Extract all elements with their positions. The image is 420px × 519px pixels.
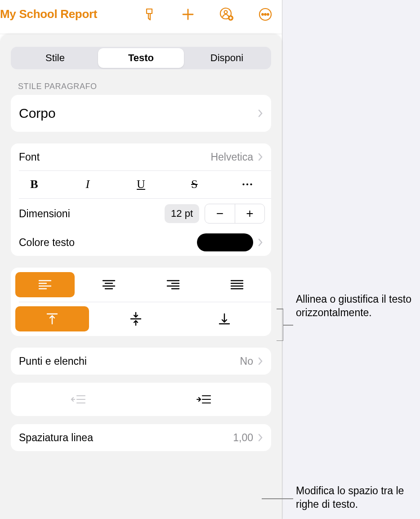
- font-row[interactable]: Font Helvetica: [11, 143, 271, 170]
- tab-style[interactable]: Stile: [12, 48, 98, 68]
- format-brush-icon[interactable]: [142, 7, 157, 22]
- font-style-row: B I U S ···: [11, 170, 271, 198]
- indent-row: [11, 383, 271, 416]
- align-middle-button[interactable]: [94, 306, 178, 331]
- app-window: My School Report: [0, 0, 282, 519]
- decrease-size-button[interactable]: −: [205, 204, 235, 223]
- callout-line: [262, 498, 293, 499]
- paragraph-style-name: Corpo: [19, 106, 253, 121]
- panel-tabs: Stile Testo Disponi: [11, 47, 271, 69]
- line-spacing-label: Spaziatura linea: [19, 432, 233, 444]
- align-justify-button[interactable]: [207, 272, 267, 297]
- font-label: Font: [19, 151, 210, 163]
- chevron-right-icon: [258, 357, 263, 365]
- align-top-button[interactable]: [15, 306, 89, 331]
- underline-button[interactable]: U: [128, 174, 155, 194]
- align-left-button[interactable]: [15, 272, 75, 297]
- paragraph-style-card: Corpo: [11, 95, 271, 132]
- increase-size-button[interactable]: +: [235, 204, 264, 223]
- bullets-value: No: [240, 355, 253, 367]
- font-size-row: Dimensioni 12 pt − +: [11, 198, 271, 229]
- font-value: Helvetica: [210, 151, 253, 163]
- vertical-align-row: [11, 302, 271, 336]
- tab-text[interactable]: Testo: [98, 48, 184, 68]
- font-size-value[interactable]: 12 pt: [165, 204, 199, 223]
- bold-button[interactable]: B: [21, 174, 48, 194]
- svg-point-6: [267, 13, 269, 15]
- strikethrough-button[interactable]: S: [181, 174, 208, 194]
- font-size-label: Dimensioni: [19, 208, 165, 220]
- document-title[interactable]: My School Report: [0, 7, 97, 21]
- svg-point-5: [264, 13, 266, 15]
- indent-card: [11, 383, 271, 416]
- text-color-swatch[interactable]: [197, 233, 253, 251]
- chevron-right-icon: [258, 153, 263, 161]
- font-size-stepper: − +: [205, 204, 265, 224]
- italic-button[interactable]: I: [74, 174, 101, 194]
- callout-line: [283, 325, 293, 326]
- paragraph-style-row[interactable]: Corpo: [11, 95, 271, 132]
- chevron-right-icon: [258, 238, 263, 246]
- toolbar-actions: [142, 7, 275, 22]
- outdent-button[interactable]: [15, 389, 141, 410]
- bullets-label: Punti e elenchi: [19, 355, 240, 367]
- paragraph-style-header: STILE PARAGRAFO: [18, 82, 271, 91]
- horizontal-align-row: [11, 268, 271, 302]
- annotation-align: Allinea o giustifica il testo orizzontal…: [296, 292, 413, 320]
- format-panel: Stile Testo Disponi STILE PARAGRAFO Corp…: [0, 34, 282, 519]
- align-right-button[interactable]: [143, 272, 203, 297]
- indent-button[interactable]: [141, 389, 267, 410]
- insert-plus-icon[interactable]: [180, 7, 196, 22]
- bullets-card: Punti e elenchi No: [11, 348, 271, 375]
- svg-point-1: [224, 10, 228, 13]
- more-text-options-button[interactable]: ···: [234, 174, 261, 194]
- line-spacing-row[interactable]: Spaziatura linea 1,00: [11, 424, 271, 451]
- alignment-card: [11, 268, 271, 336]
- align-bottom-button[interactable]: [183, 306, 267, 331]
- toolbar: My School Report: [0, 0, 282, 34]
- text-color-label: Colore testo: [19, 237, 197, 249]
- annotation-line-spacing: Modifica lo spazio tra le righe di testo…: [296, 484, 417, 511]
- chevron-right-icon: [258, 109, 263, 117]
- collaborate-icon[interactable]: [219, 7, 234, 22]
- svg-point-4: [262, 13, 264, 15]
- align-center-button[interactable]: [79, 272, 139, 297]
- tab-arrange[interactable]: Disponi: [184, 48, 270, 68]
- line-spacing-card: Spaziatura linea 1,00: [11, 424, 271, 451]
- text-color-row[interactable]: Colore testo: [11, 229, 271, 256]
- chevron-right-icon: [258, 434, 263, 442]
- more-icon[interactable]: [258, 7, 273, 22]
- line-spacing-value: 1,00: [233, 432, 253, 444]
- bullets-row[interactable]: Punti e elenchi No: [11, 348, 271, 375]
- callout-bracket: [277, 309, 283, 341]
- font-card: Font Helvetica B I U S ··· Dimensioni 12…: [11, 143, 271, 256]
